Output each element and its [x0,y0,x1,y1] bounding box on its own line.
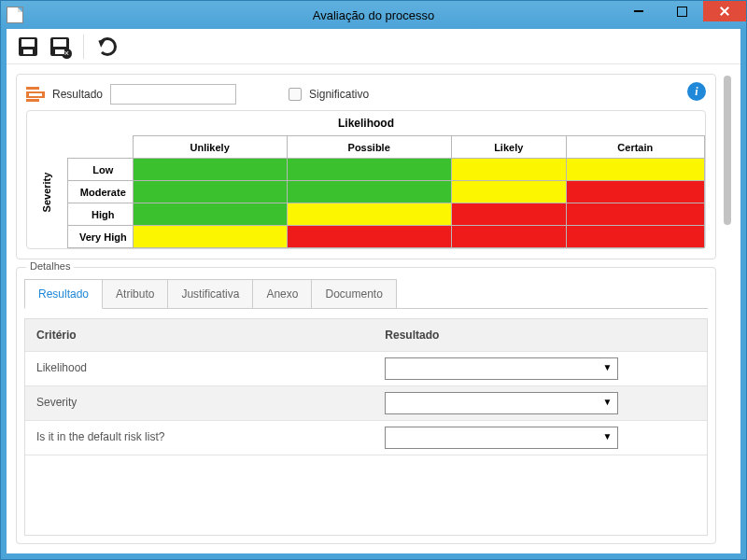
criterion-label: Likelihood [25,352,374,385]
details-panel: Detalhes Resultado Atributo Justificativ… [16,267,716,544]
matrix-row: Low [27,159,705,181]
row-header: Low [67,159,133,181]
save-close-icon: × [50,37,69,56]
inner-content: Resultado Significativo i Likelihood Sev… [7,64,740,553]
matrix-title: Likelihood [27,111,705,135]
save-close-button[interactable]: × [48,35,72,59]
matrix-row: High [27,203,705,226]
risk-matrix: Likelihood Severity Unlikely Possible Li… [26,110,706,249]
refresh-button[interactable] [95,35,120,59]
result-panel: Resultado Significativo i Likelihood Sev… [16,74,716,259]
grid-row: Likelihood [25,352,707,386]
result-row: Resultado Significativo [26,84,706,105]
criteria-grid: Critério Resultado Likelihood Severity [24,318,708,536]
matrix-corner [67,136,133,159]
window-controls [617,1,746,21]
result-label: Resultado [52,88,103,101]
document-icon [7,7,23,23]
result-icon [26,87,45,102]
matrix-cell[interactable] [451,159,566,181]
col-header: Certain [566,136,704,159]
matrix-table: Severity Unlikely Possible Likely Certai… [27,135,705,248]
tab-justificativa[interactable]: Justificativa [167,279,253,308]
matrix-cell[interactable] [133,226,287,248]
criterion-label: Is it in the default risk list? [25,421,374,455]
save-button[interactable] [16,35,40,59]
criterion-select[interactable] [385,357,618,380]
grid-header-criterion: Critério [25,319,374,351]
matrix-cell[interactable] [451,203,566,226]
significant-checkbox[interactable] [289,88,302,101]
matrix-cell[interactable] [287,203,451,226]
main-column: Resultado Significativo i Likelihood Sev… [16,74,716,544]
scrollbar[interactable] [724,76,731,225]
col-header: Possible [287,136,451,159]
matrix-cell[interactable] [133,203,287,226]
content-area: × Resultado Signific [1,29,746,559]
grid-header-result: Resultado [374,319,707,351]
tab-anexo[interactable]: Anexo [252,279,312,308]
refresh-icon [98,37,117,56]
matrix-row: Moderate [27,181,705,203]
matrix-cell[interactable] [287,226,451,248]
criterion-select[interactable] [385,427,618,449]
close-button[interactable] [703,1,746,21]
info-icon[interactable]: i [687,82,706,101]
matrix-cell[interactable] [566,159,704,181]
grid-row: Is it in the default risk list? [25,421,707,455]
matrix-cell[interactable] [133,159,287,181]
row-header: High [67,203,133,226]
criterion-label: Severity [25,386,374,420]
row-header: Moderate [67,181,133,203]
app-window: Avaliação do processo × [0,0,747,560]
significant-label: Significativo [309,88,369,101]
row-header: Very High [67,226,133,248]
matrix-cell[interactable] [566,203,704,226]
result-input[interactable] [110,84,236,105]
toolbar-separator [83,35,84,59]
matrix-cell[interactable] [287,159,451,181]
grid-row: Severity [25,386,707,421]
severity-axis-label: Severity [27,136,67,248]
matrix-cell[interactable] [287,181,451,203]
details-legend: Detalhes [26,260,74,272]
matrix-cell[interactable] [451,226,566,248]
grid-header: Critério Resultado [25,319,707,352]
save-icon [19,37,37,56]
matrix-cell[interactable] [566,181,704,203]
matrix-cell[interactable] [451,181,566,203]
maximize-button[interactable] [660,1,703,21]
criterion-select[interactable] [385,392,618,414]
titlebar: Avaliação do processo [1,1,746,29]
tabs: Resultado Atributo Justificativa Anexo D… [24,279,708,309]
minimize-button[interactable] [617,1,660,21]
matrix-cell[interactable] [133,181,287,203]
matrix-row: Very High [27,226,705,248]
toolbar: × [7,29,740,64]
tab-resultado[interactable]: Resultado [24,279,103,309]
col-header: Unlikely [133,136,287,159]
tab-atributo[interactable]: Atributo [102,279,168,308]
matrix-cell[interactable] [566,226,704,248]
col-header: Likely [451,136,566,159]
tab-documento[interactable]: Documento [311,279,396,308]
window-title: Avaliação do processo [313,8,435,22]
